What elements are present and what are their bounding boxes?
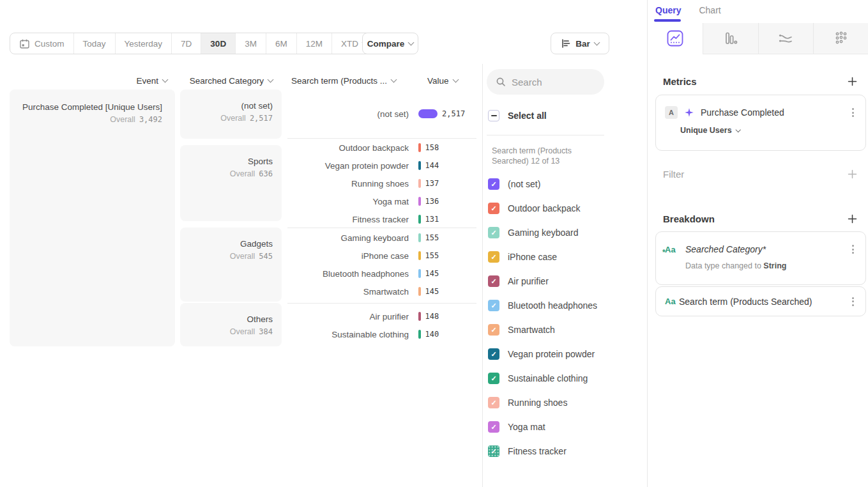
flows-icon <box>777 30 794 47</box>
value-bar <box>418 269 421 278</box>
filter-item-list: ✓ (not set) ✓ Outdoor backpack ✓ Gaming … <box>488 172 597 463</box>
table-row[interactable]: Bluetooth headphones 145 <box>287 265 476 282</box>
select-all-row[interactable]: Select all <box>488 110 547 121</box>
category-cell-sports[interactable]: Sports Overall636 <box>180 145 282 221</box>
breakdown-heading: Breakdown <box>663 213 715 224</box>
search-input[interactable] <box>512 77 588 88</box>
date-range-12m[interactable]: 12M <box>297 33 332 54</box>
date-range-today[interactable]: Today <box>74 33 116 54</box>
list-item[interactable]: ✓ Yoga mat <box>488 415 597 439</box>
list-item[interactable]: ✓ Running shoes <box>488 390 597 415</box>
breakdown-menu-button[interactable] <box>849 295 857 309</box>
date-range-3m[interactable]: 3M <box>236 33 266 54</box>
metric-menu-button[interactable] <box>849 105 857 120</box>
checkbox-checked[interactable]: ✓ <box>488 373 499 384</box>
check-icon: ✓ <box>491 351 496 358</box>
bar-chart-icon <box>723 31 738 46</box>
add-breakdown-button[interactable] <box>846 213 858 224</box>
tab-chart[interactable]: Chart <box>699 5 720 15</box>
checkbox-checked[interactable]: ✓ <box>488 324 499 336</box>
category-cell-gadgets[interactable]: Gadgets Overall545 <box>180 228 282 302</box>
tab-flows[interactable] <box>758 23 814 54</box>
category-cell-not-set[interactable]: (not set) Overall2,517 <box>180 89 282 139</box>
compare-button[interactable]: Compare <box>362 33 418 54</box>
metric-name: Purchase Completed <box>701 107 843 118</box>
column-header-event[interactable]: Event <box>10 73 167 88</box>
value-bar <box>418 312 421 321</box>
check-icon: ✓ <box>491 448 496 455</box>
checkbox-indeterminate[interactable] <box>488 110 499 121</box>
value-bar <box>418 179 421 188</box>
table-row[interactable]: iPhone case 155 <box>287 247 476 265</box>
list-item[interactable]: ✓ iPhone case <box>488 245 597 269</box>
table-row[interactable]: Air purifier 148 <box>287 307 476 325</box>
panel-tabs: Query Chart <box>655 5 721 15</box>
checkbox-checked[interactable]: ✓ <box>488 445 499 457</box>
checkbox-checked[interactable]: ✓ <box>488 348 499 360</box>
search-box[interactable] <box>487 69 604 95</box>
date-range-30d-selected[interactable]: 30D <box>201 33 236 54</box>
tab-retention-grid[interactable] <box>813 23 868 54</box>
tab-query[interactable]: Query <box>655 5 681 15</box>
table-row[interactable]: Running shoes 137 <box>287 174 476 192</box>
table-row[interactable]: Outdoor backpack 158 <box>287 139 476 157</box>
date-range-7d[interactable]: 7D <box>172 33 201 54</box>
breakdown-card-searched-category[interactable]: Aa* Searched Category* Data type changed… <box>655 231 866 285</box>
list-item[interactable]: ✓ Sustainable clothing <box>488 366 597 390</box>
column-header-value[interactable]: Value <box>427 73 458 88</box>
table-row[interactable]: Vegan protein powder 144 <box>287 157 476 174</box>
value-bar <box>418 197 421 206</box>
chevron-down-icon <box>593 39 600 45</box>
checkbox-checked[interactable]: ✓ <box>488 178 499 190</box>
date-range-6m[interactable]: 6M <box>266 33 297 54</box>
list-item[interactable]: ✓ Smartwatch <box>488 318 597 342</box>
metrics-heading: Metrics <box>663 76 697 87</box>
check-icon: ✓ <box>491 375 496 382</box>
chevron-down-icon <box>391 76 397 82</box>
segment-filter-panel: Select all Search term (Products Searche… <box>483 64 647 487</box>
list-item[interactable]: ✓ Gaming keyboard <box>488 220 597 245</box>
table-row[interactable]: Yoga mat 136 <box>287 192 476 210</box>
add-metric-button[interactable] <box>846 75 858 87</box>
add-filter-button[interactable] <box>846 168 858 180</box>
event-sparkle-icon <box>684 107 694 118</box>
table-row[interactable]: Smartwatch 145 <box>287 282 476 300</box>
value-bar <box>418 287 421 296</box>
list-item[interactable]: ✓ Fitness tracker <box>488 439 597 463</box>
table-row[interactable]: Fitness tracker 131 <box>287 210 476 228</box>
list-item[interactable]: ✓ (not set) <box>488 172 597 196</box>
list-item[interactable]: ✓ Air purifier <box>488 269 597 293</box>
aggregation-dropdown[interactable]: Unique Users <box>680 126 857 135</box>
table-row[interactable]: Sustainable clothing 140 <box>287 325 476 343</box>
table-row[interactable]: Gaming keyboard 155 <box>287 229 476 247</box>
event-cell[interactable]: Purchase Completed [Unique Users] Overal… <box>10 89 175 346</box>
chart-type-dropdown[interactable]: Bar <box>551 33 609 54</box>
column-header-search-term[interactable]: Search term (Products ... <box>291 73 396 88</box>
category-cell-others[interactable]: Others Overall384 <box>180 303 282 346</box>
check-icon: ✓ <box>491 254 496 261</box>
checkbox-checked[interactable]: ✓ <box>488 300 499 311</box>
modified-marker: * <box>662 248 666 257</box>
tab-line-chart[interactable] <box>648 23 703 54</box>
check-icon: ✓ <box>491 181 496 188</box>
column-header-searched-category[interactable]: Searched Category <box>180 73 273 88</box>
list-item[interactable]: ✓ Bluetooth headphones <box>488 293 597 318</box>
checkbox-checked[interactable]: ✓ <box>488 227 499 238</box>
checkbox-checked[interactable]: ✓ <box>488 397 499 408</box>
checkbox-checked[interactable]: ✓ <box>488 251 499 263</box>
breakdown-menu-button[interactable] <box>849 242 857 256</box>
checkbox-checked[interactable]: ✓ <box>488 275 499 287</box>
breakdown-card-search-term[interactable]: Aa Search term (Products Searched) <box>655 286 866 316</box>
date-range-custom[interactable]: Custom <box>10 33 74 54</box>
checkbox-checked[interactable]: ✓ <box>488 421 499 433</box>
checkbox-checked[interactable]: ✓ <box>488 203 499 214</box>
metric-card[interactable]: A Purchase Completed Unique Users <box>655 95 866 151</box>
calendar-icon <box>19 38 30 49</box>
dots-grid-icon <box>834 31 849 46</box>
chevron-down-icon <box>452 76 459 82</box>
date-range-yesterday[interactable]: Yesterday <box>116 33 172 54</box>
list-item[interactable]: ✓ Outdoor backpack <box>488 196 597 220</box>
list-item[interactable]: ✓ Vegan protein powder <box>488 342 597 366</box>
table-row[interactable]: (not set) 2,517 <box>287 105 476 123</box>
tab-bar-chart[interactable] <box>703 23 758 54</box>
